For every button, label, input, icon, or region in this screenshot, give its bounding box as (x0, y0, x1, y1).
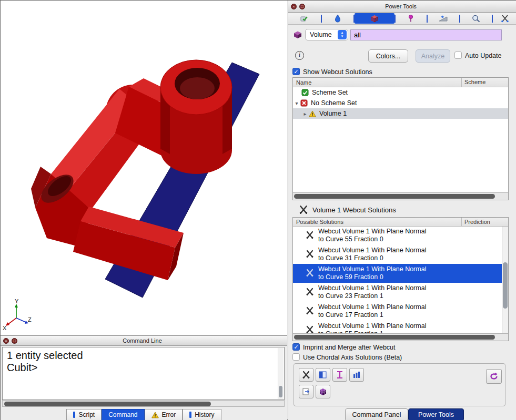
command-line-tabs: Script Command Error History (1, 409, 287, 420)
tab-power-tools[interactable]: Power Tools (408, 408, 464, 420)
axis-y-label: Y (15, 298, 19, 304)
tab-search-tools[interactable] (460, 13, 492, 24)
graphics-viewport[interactable]: Y X Z (1, 1, 287, 335)
close-icon[interactable]: × (291, 4, 297, 9)
rotate-solutions-button[interactable] (486, 369, 502, 384)
tab-history-label: History (195, 411, 214, 418)
solution-line2: to Curve 31 Fraction 0 (318, 254, 426, 262)
tree-horizontal-scrollbar[interactable] (293, 192, 508, 200)
axis-z-label: Z (28, 316, 32, 323)
script-icon (73, 412, 75, 418)
ibeam-tool-button[interactable] (332, 368, 347, 382)
solutions-vertical-scrollbar[interactable] (502, 227, 508, 334)
power-tools-title: Power Tools (305, 3, 497, 9)
export-sheet-button[interactable] (299, 385, 313, 398)
solution-row[interactable]: Webcut Volume 1 With Plane Normal to Cur… (293, 321, 502, 334)
webcut-icon (306, 269, 314, 277)
tab-webcut-tools[interactable] (493, 13, 516, 24)
tab-wedge-tools[interactable] (428, 13, 459, 24)
column-name[interactable]: Name (293, 79, 311, 86)
show-webcut-checkbox[interactable]: ✓ (292, 68, 300, 75)
model-canvas: Y X Z (1, 1, 287, 335)
solution-row[interactable]: Webcut Volume 1 With Plane Normal to Cur… (293, 245, 502, 264)
scissors-icon (500, 14, 510, 23)
solution-line1: Webcut Volume 1 With Plane Normal (318, 284, 426, 292)
tree-horizontal-scroll-thumb[interactable] (294, 194, 495, 199)
analyze-button[interactable]: Analyze (416, 49, 450, 63)
tab-geometry-tools[interactable] (289, 13, 321, 24)
tree-row-no-scheme-set[interactable]: ▾ No Scheme Set (293, 98, 508, 108)
tab-error[interactable]: Error (145, 409, 183, 420)
command-vertical-scrollbar[interactable] (278, 348, 284, 399)
tab-script-label: Script (78, 411, 95, 418)
solutions-list: Possible Solutions Prediction Webcut Vol… (292, 217, 509, 341)
command-horizontal-scroll-thumb[interactable] (4, 402, 211, 406)
detach-icon[interactable]: □ (299, 4, 305, 9)
history-icon (189, 412, 191, 418)
tree-row-label: No Scheme Set (311, 99, 357, 107)
command-horizontal-scrollbar[interactable] (2, 400, 285, 407)
solution-row[interactable]: Webcut Volume 1 With Plane Normal to Cur… (293, 302, 502, 321)
tab-command-panel[interactable]: Command Panel (345, 408, 408, 420)
wedge-icon (438, 14, 449, 23)
solution-row[interactable]: Webcut Volume 1 With Plane Normal to Cur… (293, 226, 502, 245)
column-scheme[interactable]: Scheme (464, 79, 485, 85)
column-divider[interactable] (461, 78, 462, 87)
tree-row-label: Scheme Set (312, 89, 348, 96)
solution-row[interactable]: Webcut Volume 1 With Plane Normal to Cur… (293, 283, 502, 302)
detach-icon[interactable]: □ (12, 338, 17, 344)
command-output-area[interactable]: 1 entity selected Cubit> (2, 347, 285, 400)
power-tools-panel: × □ Power Tools (288, 1, 516, 420)
columns-tool-button[interactable] (349, 368, 364, 382)
entity-filter-input[interactable] (350, 29, 502, 40)
solutions-horizontal-scroll-thumb[interactable] (294, 335, 495, 340)
close-icon[interactable]: × (3, 338, 9, 344)
info-icon[interactable]: i (295, 51, 304, 60)
chevron-down-icon[interactable]: ▾ (294, 100, 299, 106)
imprint-merge-checkbox[interactable]: ✓ (292, 343, 300, 351)
webcut-icon (306, 250, 314, 258)
tab-history[interactable]: History (183, 409, 221, 420)
column-prediction[interactable]: Prediction (464, 219, 490, 225)
webcut-button[interactable] (299, 368, 313, 382)
tab-meshing-tools[interactable] (355, 13, 394, 24)
voxel-cube-button[interactable] (316, 385, 330, 398)
geometry-tool-icon (300, 14, 310, 23)
solutions-horizontal-scrollbar[interactable] (293, 333, 508, 341)
entity-type-value: Volume (310, 31, 332, 38)
colors-button[interactable]: Colors... (368, 49, 408, 63)
column-possible-solutions[interactable]: Possible Solutions (293, 219, 343, 225)
show-webcut-label: Show Webcut Solutions (303, 68, 372, 76)
webcut-section-label: Volume 1 Webcut Solutions (312, 206, 396, 214)
tab-command[interactable]: Command (102, 409, 144, 420)
volume-1-model[interactable] (31, 60, 232, 280)
column-divider[interactable] (461, 218, 462, 226)
tab-bc-tools[interactable] (396, 13, 427, 24)
tab-script[interactable]: Script (66, 409, 102, 420)
solutions-header: Possible Solutions Prediction (293, 218, 508, 227)
tree-row-scheme-set[interactable]: Scheme Set (293, 87, 508, 98)
purple-swirl-icon (489, 372, 499, 381)
webcut-icon (306, 231, 314, 239)
tab-error-label: Error (162, 411, 176, 418)
webcut-icon (306, 325, 314, 334)
volume-cube-icon (292, 30, 303, 39)
power-tools-titlebar: × □ Power Tools (288, 1, 516, 13)
solution-line1: Webcut Volume 1 With Plane Normal (318, 303, 426, 311)
scheme-set-icon (301, 89, 309, 96)
tree-row-volume-1[interactable]: ▸ Volume 1 (293, 108, 508, 119)
webcut-icon (306, 306, 314, 315)
chevron-up-down-icon: ▲▼ (338, 30, 347, 39)
auto-update-checkbox[interactable] (454, 52, 462, 59)
command-vertical-scroll-thumb[interactable] (279, 386, 282, 397)
command-output-line: 1 entity selected (7, 350, 280, 362)
solution-line2: to Curve 17 Fraction 1 (318, 311, 426, 319)
chordal-axis-checkbox[interactable] (292, 353, 300, 361)
tab-paint-tools[interactable] (322, 13, 353, 24)
chordal-axis-label: Use Chordal Axis Solutions (Beta) (303, 354, 402, 361)
entity-type-select[interactable]: Volume ▲▼ (305, 29, 348, 40)
chevron-right-icon[interactable]: ▸ (302, 111, 308, 117)
solutions-vertical-scroll-thumb[interactable] (503, 262, 508, 309)
split-view-button[interactable] (316, 368, 330, 382)
solution-row-selected[interactable]: Webcut Volume 1 With Plane Normal to Cur… (293, 264, 502, 283)
